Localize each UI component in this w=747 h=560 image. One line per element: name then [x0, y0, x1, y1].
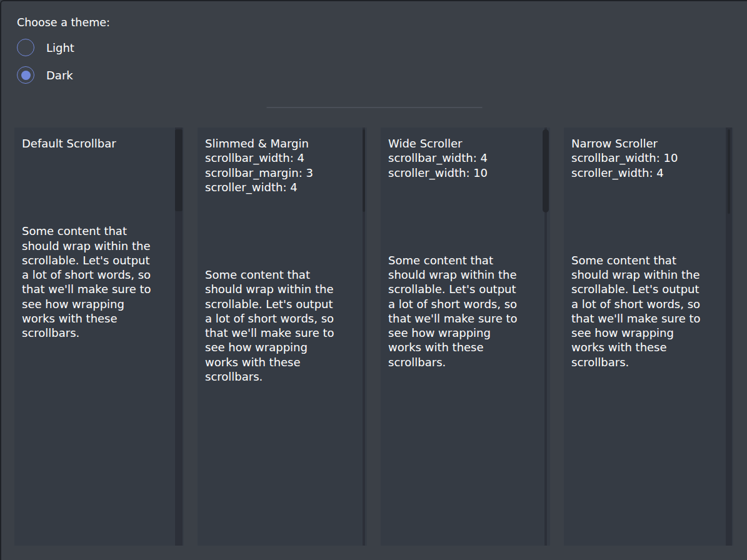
scrollbar-thumb[interactable]: [728, 129, 730, 214]
panel-title: Wide Scroller: [388, 136, 543, 151]
scrollable-wide-scroller[interactable]: Wide Scroller scrollbar_width: 4 scrolle…: [381, 128, 550, 546]
spacer: [571, 180, 726, 253]
scrollable-narrow-scroller[interactable]: Narrow Scroller scrollbar_width: 10 scro…: [564, 128, 733, 546]
spacer: [388, 180, 543, 253]
scrollbar-thumb[interactable]: [543, 129, 549, 212]
panel-title: Narrow Scroller: [571, 136, 726, 151]
horizontal-rule: [266, 107, 482, 108]
panel-content-text: Some content that should wrap within the…: [388, 253, 538, 369]
theme-chooser: Choose a theme: Light Dark: [17, 16, 110, 93]
radio-button-icon[interactable]: [17, 39, 34, 56]
radio-option-light[interactable]: Light: [17, 38, 110, 57]
spacer: [22, 151, 176, 224]
scrollable-slimmed-margin[interactable]: Slimmed & Margin scrollbar_width: 4 scro…: [198, 128, 367, 546]
radio-dot: [21, 71, 31, 80]
radio-label-light[interactable]: Light: [46, 41, 74, 54]
panel-content-text: Some content that should wrap within the…: [205, 268, 355, 384]
panel-title: Slimmed & Margin: [205, 136, 359, 151]
radio-dot: [21, 43, 31, 52]
scrollables-row: Default Scrollbar Some content that shou…: [14, 128, 733, 546]
scrollable-default[interactable]: Default Scrollbar Some content that shou…: [14, 128, 184, 546]
radio-label-dark[interactable]: Dark: [46, 69, 73, 82]
panel-properties: scrollbar_width: 4 scrollbar_margin: 3 s…: [205, 151, 359, 194]
radio-button-icon[interactable]: [17, 66, 34, 84]
panel-properties: scrollbar_width: 4 scroller_width: 10: [388, 151, 543, 180]
scrollbar-thumb[interactable]: [175, 129, 183, 211]
scrollbar-thumb[interactable]: [363, 129, 365, 212]
theme-chooser-label: Choose a theme:: [17, 16, 110, 29]
panel-content-text: Some content that should wrap within the…: [571, 253, 721, 369]
panel-properties: scrollbar_width: 10 scroller_width: 4: [571, 151, 726, 180]
panel-title: Default Scrollbar: [22, 136, 176, 151]
spacer: [205, 194, 359, 268]
radio-option-dark[interactable]: Dark: [17, 66, 110, 84]
panel-content-text: Some content that should wrap within the…: [22, 224, 172, 340]
